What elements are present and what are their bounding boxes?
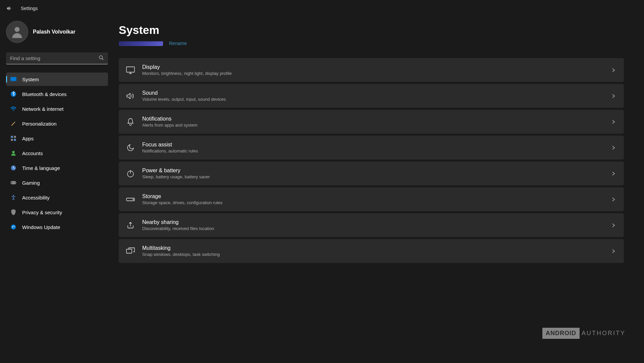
chevron-right-icon — [612, 197, 616, 202]
settings-desc: Volume levels, output, input, sound devi… — [142, 97, 604, 102]
titlebar: Settings — [0, 0, 644, 17]
titlebar-title: Settings — [21, 6, 38, 11]
sidebar-item-accessibility[interactable]: Accessibility — [6, 191, 108, 204]
accessibility-icon — [10, 194, 17, 201]
bluetooth-icon — [10, 91, 17, 97]
sidebar-item-gaming[interactable]: Gaming — [6, 176, 108, 189]
settings-item-storage[interactable]: Storage Storage space, drives, configura… — [119, 187, 624, 211]
settings-item-notifications[interactable]: Notifications Alerts from apps and syste… — [119, 110, 624, 134]
settings-title: Storage — [142, 193, 604, 199]
svg-rect-8 — [11, 139, 13, 141]
update-icon — [10, 224, 17, 230]
settings-desc: Monitors, brightness, night light, displ… — [142, 71, 604, 76]
nav-label: Network & internet — [22, 106, 63, 112]
sidebar-item-time[interactable]: Time & language — [6, 161, 108, 175]
nav-label: Bluetooth & devices — [22, 91, 67, 97]
sidebar-item-system[interactable]: System — [6, 73, 108, 86]
system-icon — [10, 76, 17, 83]
sidebar-item-accounts[interactable]: Accounts — [6, 146, 108, 160]
settings-text: Multitasking Snap windows, desktops, tas… — [142, 245, 604, 257]
settings-desc: Notifications, automatic rules — [142, 148, 604, 153]
settings-item-multitask[interactable]: Multitasking Snap windows, desktops, tas… — [119, 239, 624, 263]
settings-text: Display Monitors, brightness, night ligh… — [142, 64, 604, 76]
search-icon — [99, 55, 104, 62]
chevron-right-icon — [612, 68, 616, 73]
svg-point-5 — [13, 110, 14, 111]
sound-icon — [126, 92, 135, 100]
settings-item-sound[interactable]: Sound Volume levels, output, input, soun… — [119, 84, 624, 108]
nav-label: Privacy & security — [22, 210, 62, 215]
storage-icon — [126, 195, 135, 204]
settings-desc: Storage space, drives, configuration rul… — [142, 200, 604, 205]
chevron-right-icon — [612, 94, 616, 98]
nav-label: Apps — [22, 136, 34, 141]
svg-point-13 — [14, 182, 15, 183]
sidebar-item-network[interactable]: Network & internet — [6, 102, 108, 116]
power-icon — [126, 169, 135, 178]
chevron-right-icon — [612, 171, 616, 176]
settings-item-power[interactable]: Power & battery Sleep, battery usage, ba… — [119, 162, 624, 185]
sidebar-item-personalization[interactable]: Personalization — [6, 117, 108, 130]
chevron-right-icon — [612, 249, 616, 254]
rename-link[interactable]: Rename — [169, 41, 187, 46]
settings-item-share[interactable]: Nearby sharing Discoverability, received… — [119, 213, 624, 237]
settings-item-focus[interactable]: Focus assist Notifications, automatic ru… — [119, 136, 624, 160]
settings-title: Sound — [142, 90, 604, 96]
svg-point-10 — [12, 151, 15, 153]
search-input[interactable] — [6, 52, 108, 64]
user-section[interactable]: Palash Volvoikar — [6, 21, 108, 43]
avatar — [6, 21, 28, 43]
person-icon — [10, 25, 24, 39]
network-icon — [10, 105, 17, 112]
svg-rect-3 — [12, 81, 14, 81]
settings-title: Power & battery — [142, 168, 604, 174]
svg-rect-2 — [10, 77, 16, 81]
privacy-icon — [10, 209, 17, 216]
time-icon — [10, 165, 17, 171]
chevron-right-icon — [612, 120, 616, 124]
settings-text: Power & battery Sleep, battery usage, ba… — [142, 168, 604, 179]
settings-desc: Snap windows, desktops, task switching — [142, 252, 604, 257]
back-button[interactable] — [6, 5, 13, 12]
sidebar: Palash Volvoikar System Bluetooth & devi… — [0, 17, 114, 363]
settings-text: Storage Storage space, drives, configura… — [142, 193, 604, 205]
nav-label: Windows Update — [22, 224, 60, 230]
notifications-icon — [126, 118, 135, 126]
user-name: Palash Volvoikar — [33, 29, 75, 35]
svg-rect-6 — [11, 136, 13, 138]
watermark: ANDROID AUTHORITY — [542, 328, 626, 339]
svg-rect-17 — [126, 67, 135, 72]
sidebar-item-privacy[interactable]: Privacy & security — [6, 206, 108, 219]
settings-title: Multitasking — [142, 245, 604, 251]
page-title: System — [119, 24, 624, 37]
watermark-text: AUTHORITY — [582, 330, 626, 337]
svg-point-20 — [133, 199, 133, 200]
sidebar-item-apps[interactable]: Apps — [6, 132, 108, 145]
settings-title: Notifications — [142, 116, 604, 122]
chevron-right-icon — [612, 223, 616, 228]
chevron-right-icon — [612, 145, 616, 150]
accounts-icon — [10, 150, 17, 156]
svg-rect-9 — [14, 139, 16, 141]
svg-point-0 — [15, 27, 20, 32]
settings-list: Display Monitors, brightness, night ligh… — [119, 58, 624, 263]
nav-list: System Bluetooth & devices Network & int… — [6, 73, 108, 234]
svg-point-1 — [99, 56, 102, 59]
sidebar-item-update[interactable]: Windows Update — [6, 220, 108, 234]
settings-text: Nearby sharing Discoverability, received… — [142, 219, 604, 231]
svg-point-14 — [15, 183, 16, 183]
nav-label: Accessibility — [22, 195, 50, 200]
settings-text: Notifications Alerts from apps and syste… — [142, 116, 604, 128]
nav-label: System — [22, 77, 39, 82]
settings-item-display[interactable]: Display Monitors, brightness, night ligh… — [119, 58, 624, 82]
svg-point-15 — [13, 195, 14, 196]
settings-desc: Discoverability, received files location — [142, 226, 604, 231]
display-icon — [126, 66, 135, 75]
apps-icon — [10, 135, 17, 142]
back-arrow-icon — [6, 5, 12, 11]
svg-point-16 — [11, 225, 16, 230]
settings-desc: Sleep, battery usage, battery saver — [142, 174, 604, 179]
focus-icon — [126, 143, 135, 152]
sidebar-item-bluetooth[interactable]: Bluetooth & devices — [6, 87, 108, 101]
nav-label: Time & language — [22, 165, 60, 171]
